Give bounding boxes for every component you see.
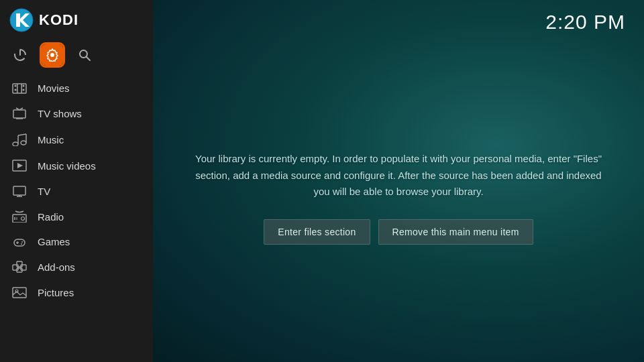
svg-line-6 [87, 57, 91, 61]
clock-display: 2:20 PM [545, 11, 625, 34]
action-buttons-group: Enter files section Remove this main men… [264, 219, 533, 245]
pictures-icon [12, 286, 28, 298]
svg-rect-14 [13, 110, 25, 118]
app-title: KODI [39, 11, 78, 29]
sidebar-item-musicvideos-label: Music videos [38, 160, 96, 172]
sidebar: KODI [0, 0, 153, 362]
sidebar-item-tvshows-label: TV shows [38, 108, 82, 119]
sidebar-item-tv[interactable]: TV [0, 178, 153, 204]
svg-line-24 [18, 134, 26, 135]
svg-rect-34 [14, 239, 25, 246]
svg-rect-43 [13, 288, 26, 298]
tv-icon [12, 185, 28, 197]
app-header: KODI [0, 0, 153, 40]
games-icon [12, 237, 28, 247]
power-button[interactable] [9, 44, 31, 66]
sidebar-item-games-label: Games [38, 236, 70, 247]
sidebar-item-music-videos[interactable]: Music videos [0, 153, 153, 178]
library-empty-state: Your library is currently empty. In orde… [153, 34, 644, 362]
svg-point-20 [13, 142, 18, 146]
sidebar-item-radio[interactable]: Radio [0, 204, 153, 229]
sidebar-item-games[interactable]: Games [0, 229, 153, 254]
sidebar-item-addons-label: Add-ons [38, 261, 75, 273]
sidebar-item-addons[interactable]: Add-ons [0, 254, 153, 280]
sidebar-item-music[interactable]: Music [0, 126, 153, 153]
svg-point-37 [21, 241, 23, 243]
topbar: 2:20 PM [153, 0, 644, 34]
svg-point-10 [23, 85, 25, 87]
settings-button[interactable] [42, 44, 63, 66]
svg-rect-39 [13, 265, 18, 270]
sidebar-nav: Movies TV shows [0, 75, 153, 362]
main-content: 2:20 PM Your library is currently empty.… [153, 0, 644, 362]
addons-icon [12, 261, 28, 273]
svg-point-8 [15, 85, 17, 87]
svg-point-31 [21, 217, 25, 221]
sidebar-item-tv-label: TV [38, 186, 50, 197]
svg-point-38 [21, 243, 22, 245]
svg-rect-12 [17, 84, 18, 93]
radio-icon [12, 210, 28, 223]
sidebar-item-music-label: Music [38, 134, 64, 145]
sidebar-item-movies-label: Movies [38, 82, 70, 94]
music-videos-icon [12, 160, 28, 172]
tv-shows-icon [12, 107, 28, 119]
svg-point-4 [50, 53, 54, 57]
svg-rect-40 [21, 265, 26, 270]
sidebar-item-tv-shows[interactable]: TV shows [0, 101, 153, 126]
svg-rect-41 [17, 261, 22, 267]
sidebar-item-pictures[interactable]: Pictures [0, 280, 153, 305]
svg-rect-27 [13, 186, 25, 195]
sidebar-item-pictures-label: Pictures [38, 287, 74, 298]
svg-point-11 [23, 89, 25, 91]
remove-menu-item-button[interactable]: Remove this main menu item [378, 219, 533, 245]
sidebar-controls [0, 40, 153, 75]
search-button[interactable] [74, 44, 95, 66]
svg-marker-26 [17, 163, 23, 168]
sidebar-item-radio-label: Radio [38, 211, 64, 223]
library-empty-message: Your library is currently empty. In orde… [193, 151, 604, 200]
svg-rect-13 [21, 84, 23, 93]
movies-icon [12, 82, 28, 94]
kodi-logo-icon [9, 8, 34, 32]
music-icon [12, 133, 28, 146]
enter-files-button[interactable]: Enter files section [264, 219, 370, 245]
svg-point-9 [15, 89, 17, 91]
svg-point-21 [21, 141, 26, 145]
sidebar-item-movies[interactable]: Movies [0, 75, 153, 101]
